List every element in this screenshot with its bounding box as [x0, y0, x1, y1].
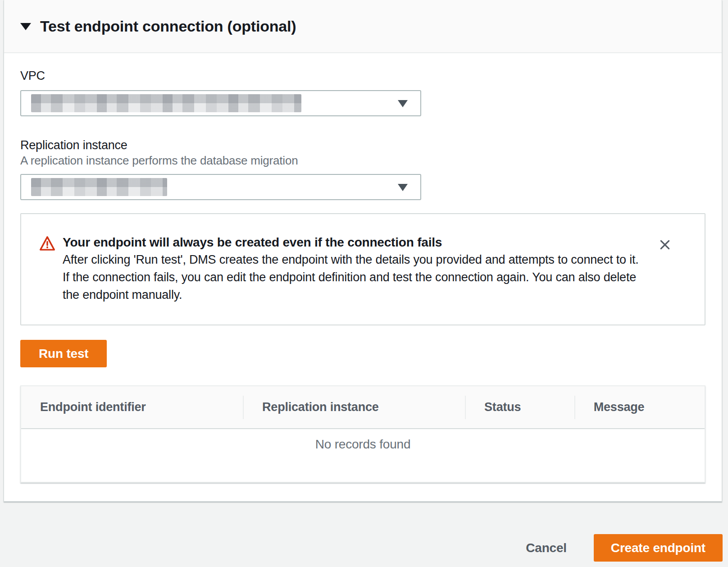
caret-down-icon — [398, 100, 408, 107]
section-header[interactable]: Test endpoint connection (optional) — [4, 0, 722, 53]
vpc-field: VPC — [20, 69, 705, 116]
vpc-select[interactable] — [20, 90, 421, 116]
replication-instance-select[interactable] — [20, 174, 421, 200]
run-test-button[interactable]: Run test — [20, 340, 107, 367]
vpc-label: VPC — [20, 69, 705, 83]
column-header-replication-instance: Replication instance — [243, 386, 465, 428]
footer-actions: Cancel Create endpoint — [0, 534, 723, 562]
create-endpoint-button[interactable]: Create endpoint — [594, 534, 723, 562]
section-body: VPC Replication instance A replication i… — [4, 53, 722, 501]
replication-instance-value-redacted — [31, 178, 167, 196]
test-endpoint-panel: Test endpoint connection (optional) VPC … — [4, 0, 722, 502]
table-header-row: Endpoint identifier Replication instance… — [21, 386, 705, 429]
caret-down-icon — [398, 184, 408, 191]
column-header-message: Message — [575, 386, 705, 428]
section-title: Test endpoint connection (optional) — [40, 18, 296, 35]
warning-title: Your endpoint will always be created eve… — [63, 234, 647, 251]
replication-instance-field: Replication instance A replication insta… — [20, 138, 705, 200]
replication-instance-label: Replication instance — [20, 138, 705, 152]
warning-content: Your endpoint will always be created eve… — [63, 234, 656, 304]
column-header-endpoint-identifier: Endpoint identifier — [21, 386, 243, 428]
column-header-status: Status — [465, 386, 575, 428]
replication-instance-description: A replication instance performs the data… — [20, 153, 705, 168]
test-results-table: Endpoint identifier Replication instance… — [20, 385, 705, 483]
cancel-button[interactable]: Cancel — [519, 536, 573, 560]
table-empty-message: No records found — [21, 429, 705, 482]
warning-banner: Your endpoint will always be created eve… — [20, 213, 705, 325]
warning-body: After clicking 'Run test', DMS creates t… — [63, 251, 646, 304]
vpc-select-value-redacted — [31, 94, 301, 112]
collapse-triangle-icon — [20, 23, 31, 30]
close-icon[interactable] — [656, 236, 674, 254]
warning-triangle-icon — [39, 235, 55, 251]
